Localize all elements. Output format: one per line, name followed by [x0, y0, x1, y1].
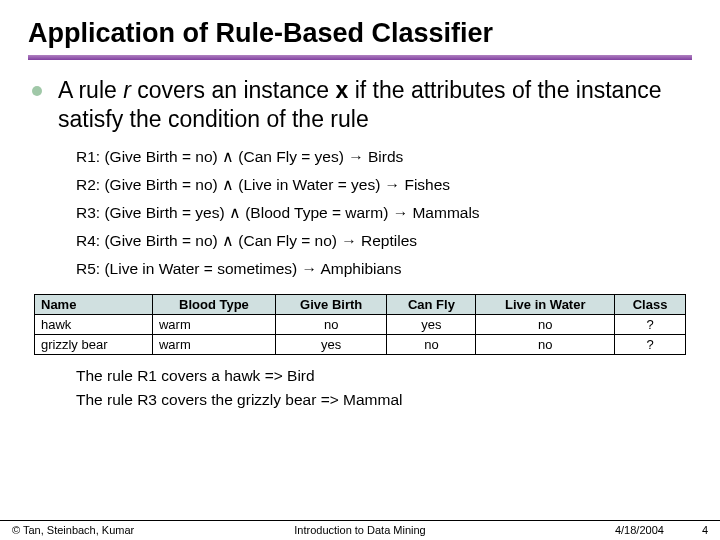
- bullet-text: A rule r covers an instance x if the att…: [58, 76, 692, 134]
- bullet-prefix: A rule: [58, 77, 123, 103]
- cell-canfly: no: [387, 334, 476, 354]
- cell-liveinwater: no: [476, 334, 615, 354]
- cell-givebirth: yes: [275, 334, 387, 354]
- table-header-row: Name Blood Type Give Birth Can Fly Live …: [35, 294, 686, 314]
- rules-list: R1: (Give Birth = no) ∧ (Can Fly = yes) …: [76, 148, 692, 278]
- cell-liveinwater: no: [476, 314, 615, 334]
- rule-line: R4: (Give Birth = no) ∧ (Can Fly = no) →…: [76, 232, 692, 250]
- cell-class: ?: [615, 314, 686, 334]
- col-bloodtype: Blood Type: [152, 294, 275, 314]
- footer-title: Introduction to Data Mining: [294, 524, 425, 536]
- rule-line: R2: (Give Birth = no) ∧ (Live in Water =…: [76, 176, 692, 194]
- data-table: Name Blood Type Give Birth Can Fly Live …: [34, 294, 686, 355]
- col-class: Class: [615, 294, 686, 314]
- bullet-x: x: [335, 77, 348, 103]
- bullet-r: r: [123, 77, 131, 103]
- cell-class: ?: [615, 334, 686, 354]
- col-liveinwater: Live in Water: [476, 294, 615, 314]
- cell-bloodtype: warm: [152, 314, 275, 334]
- bullet-row: A rule r covers an instance x if the att…: [28, 76, 692, 134]
- table-row: hawk warm no yes no ?: [35, 314, 686, 334]
- cell-canfly: yes: [387, 314, 476, 334]
- col-canfly: Can Fly: [387, 294, 476, 314]
- table-row: grizzly bear warm yes no no ?: [35, 334, 686, 354]
- cell-name: hawk: [35, 314, 153, 334]
- bullet-icon: [32, 86, 42, 96]
- footer-page: 4: [702, 524, 708, 536]
- rule-line: R1: (Give Birth = no) ∧ (Can Fly = yes) …: [76, 148, 692, 166]
- footer-authors: © Tan, Steinbach, Kumar: [12, 524, 134, 536]
- col-name: Name: [35, 294, 153, 314]
- conclusions: The rule R1 covers a hawk => Bird The ru…: [76, 367, 692, 409]
- cell-name: grizzly bear: [35, 334, 153, 354]
- conclusion-line: The rule R1 covers a hawk => Bird: [76, 367, 692, 385]
- rule-line: R5: (Live in Water = sometimes) → Amphib…: [76, 260, 692, 278]
- footer-date: 4/18/2004: [615, 524, 664, 536]
- footer: © Tan, Steinbach, Kumar Introduction to …: [0, 520, 720, 536]
- col-givebirth: Give Birth: [275, 294, 387, 314]
- conclusion-line: The rule R3 covers the grizzly bear => M…: [76, 391, 692, 409]
- cell-bloodtype: warm: [152, 334, 275, 354]
- cell-givebirth: no: [275, 314, 387, 334]
- bullet-mid1: covers an instance: [131, 77, 336, 103]
- slide-title: Application of Rule-Based Classifier: [28, 18, 692, 49]
- rule-line: R3: (Give Birth = yes) ∧ (Blood Type = w…: [76, 204, 692, 222]
- divider-bar: [28, 55, 692, 60]
